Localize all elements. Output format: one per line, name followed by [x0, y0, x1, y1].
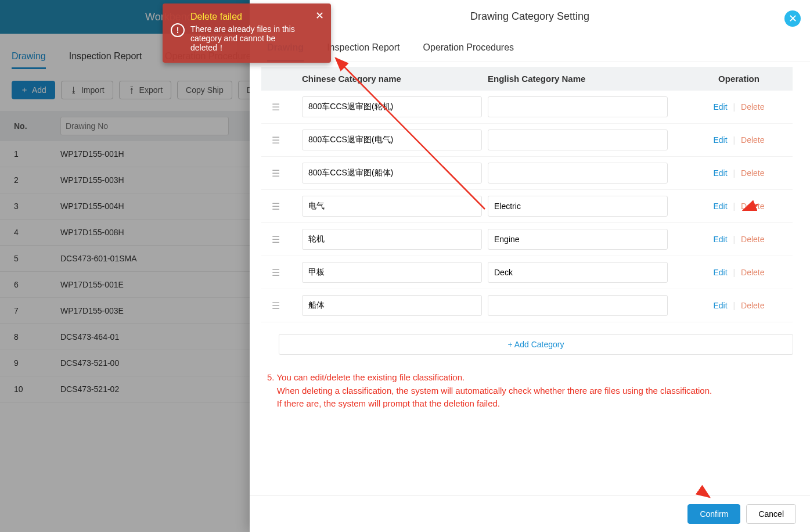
drag-handle-icon[interactable]: ☰	[261, 267, 290, 278]
toast-close-button[interactable]: ✕	[315, 9, 324, 22]
en-name-input[interactable]	[488, 96, 668, 117]
edit-link[interactable]: Edit	[713, 102, 727, 112]
drag-handle-icon[interactable]: ☰	[261, 201, 290, 212]
delete-link[interactable]: Delete	[741, 168, 764, 178]
cn-name-input[interactable]	[302, 96, 482, 117]
separator: |	[733, 268, 736, 277]
col-op-label: Operation	[685, 74, 793, 84]
row-operations: Edit | Delete	[685, 268, 793, 277]
delete-link[interactable]: Delete	[741, 268, 764, 277]
row-operations: Edit | Delete	[685, 202, 793, 211]
en-name-input[interactable]	[488, 295, 668, 316]
separator: |	[733, 235, 736, 244]
col-cn-label: Chinese Category name	[290, 74, 488, 84]
modal-body: Chinese Category name English Category N…	[250, 62, 810, 495]
category-row: ☰ Edit | Delete	[261, 223, 793, 256]
en-name-input[interactable]	[488, 229, 668, 250]
category-row: ☰ Edit | Delete	[261, 124, 793, 157]
category-row: ☰ Edit | Delete	[261, 91, 793, 124]
modal-footer: Confirm Cancel	[250, 495, 810, 532]
edit-link[interactable]: Edit	[713, 135, 727, 145]
warning-icon: !	[171, 23, 185, 37]
category-row: ☰ Edit | Delete	[261, 256, 793, 289]
cn-name-input[interactable]	[302, 130, 482, 150]
toast-title: Delete failed	[190, 12, 310, 22]
drag-handle-icon[interactable]: ☰	[261, 300, 290, 311]
delete-link[interactable]: Delete	[741, 202, 764, 211]
confirm-button[interactable]: Confirm	[687, 504, 740, 524]
modal-tabs: Drawing Inspection Report Operation Proc…	[250, 31, 810, 62]
instruction-l3: If there are, the system will prompt tha…	[277, 398, 500, 408]
separator: |	[733, 168, 736, 178]
delete-link[interactable]: Delete	[741, 102, 764, 112]
instruction-l1: You can edit/delete the existing file cl…	[276, 372, 465, 382]
category-row: ☰ Edit | Delete	[261, 289, 793, 322]
edit-link[interactable]: Edit	[713, 202, 727, 211]
cn-name-input[interactable]	[302, 229, 482, 250]
en-name-input[interactable]	[488, 262, 668, 283]
modal-close-button[interactable]: ✕	[784, 10, 801, 27]
modal-tab-operation[interactable]: Operation Procedures	[423, 42, 514, 62]
instruction-prefix: 5.	[267, 372, 276, 382]
cn-name-input[interactable]	[302, 262, 482, 283]
separator: |	[733, 102, 736, 112]
row-operations: Edit | Delete	[685, 301, 793, 310]
separator: |	[733, 135, 736, 145]
modal-header: Drawing Category Setting ✕	[250, 0, 810, 31]
toast-message: There are already files in this category…	[190, 24, 310, 53]
category-row: ☰ Edit | Delete	[261, 190, 793, 223]
edit-link[interactable]: Edit	[713, 168, 727, 178]
en-name-input[interactable]	[488, 130, 668, 150]
category-setting-modal: Drawing Category Setting ✕ Drawing Inspe…	[250, 0, 810, 532]
drag-handle-icon[interactable]: ☰	[261, 168, 290, 179]
separator: |	[733, 202, 736, 211]
drag-handle-icon[interactable]: ☰	[261, 234, 290, 245]
col-en-label: English Category Name	[488, 74, 685, 84]
row-operations: Edit | Delete	[685, 102, 793, 112]
instruction-l2: When deleting a classification, the syst…	[277, 386, 712, 396]
en-name-input[interactable]	[488, 163, 668, 184]
close-icon: ✕	[789, 12, 797, 25]
delete-failed-toast: ! Delete failed There are already files …	[163, 3, 331, 63]
edit-link[interactable]: Edit	[713, 235, 727, 244]
cn-name-input[interactable]	[302, 196, 482, 217]
edit-link[interactable]: Edit	[713, 301, 727, 310]
add-category-button[interactable]: + Add Category	[279, 334, 793, 355]
edit-link[interactable]: Edit	[713, 268, 727, 277]
row-operations: Edit | Delete	[685, 235, 793, 244]
cancel-button[interactable]: Cancel	[746, 504, 796, 524]
close-icon: ✕	[315, 10, 324, 21]
row-operations: Edit | Delete	[685, 168, 793, 178]
category-row: ☰ Edit | Delete	[261, 157, 793, 190]
drag-handle-icon[interactable]: ☰	[261, 102, 290, 113]
delete-link[interactable]: Delete	[741, 135, 764, 145]
row-operations: Edit | Delete	[685, 135, 793, 145]
delete-link[interactable]: Delete	[741, 301, 764, 310]
instruction-text: 5. You can edit/delete the existing file…	[261, 355, 793, 416]
modal-tab-inspection[interactable]: Inspection Report	[327, 42, 399, 62]
cn-name-input[interactable]	[302, 295, 482, 316]
cn-name-input[interactable]	[302, 163, 482, 184]
modal-title: Drawing Category Setting	[470, 10, 589, 22]
delete-link[interactable]: Delete	[741, 235, 764, 244]
separator: |	[733, 301, 736, 310]
drag-handle-icon[interactable]: ☰	[261, 135, 290, 146]
category-table-header: Chinese Category name English Category N…	[261, 67, 793, 91]
en-name-input[interactable]	[488, 196, 668, 217]
